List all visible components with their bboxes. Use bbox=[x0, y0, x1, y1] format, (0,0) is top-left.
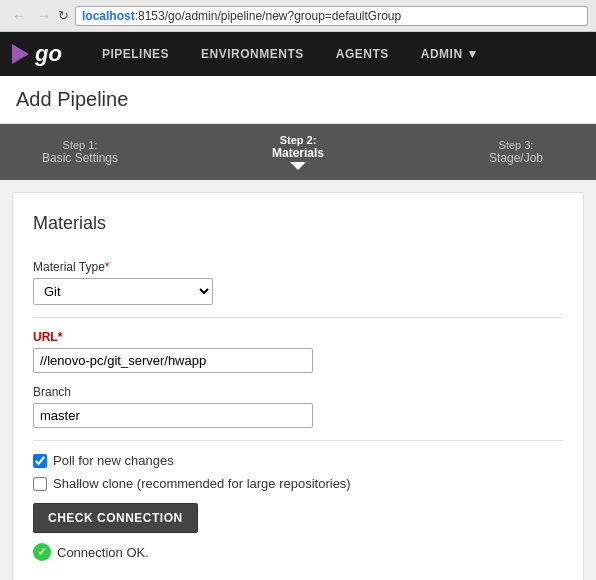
refresh-button[interactable]: ↻ bbox=[58, 8, 69, 23]
browser-bar: ← → ↻ localhost:8153/go/admin/pipeline/n… bbox=[0, 0, 596, 32]
page-title: Add Pipeline bbox=[0, 76, 596, 124]
nav-admin[interactable]: ADMIN ▼ bbox=[405, 32, 495, 76]
divider-1 bbox=[33, 317, 563, 318]
steps-bar: Step 1: Basic Settings Step 2: Materials… bbox=[0, 124, 596, 180]
shallow-checkbox-row: Shallow clone (recommended for large rep… bbox=[33, 476, 563, 491]
check-connection-button[interactable]: CHECK CONNECTION bbox=[33, 503, 198, 533]
nav-agents[interactable]: AGENTS bbox=[320, 32, 405, 76]
branch-label: Branch bbox=[33, 385, 563, 399]
ok-text: Connection OK. bbox=[57, 545, 149, 560]
nav-pipelines[interactable]: PIPELINES bbox=[86, 32, 185, 76]
material-type-label: Material Type* bbox=[33, 260, 563, 274]
main-nav: PIPELINES ENVIRONMENTS AGENTS ADMIN ▼ bbox=[86, 32, 495, 76]
required-star: * bbox=[105, 260, 110, 274]
connection-status: ✓ Connection OK. bbox=[33, 543, 563, 561]
step-2-label: Step 2: bbox=[280, 134, 317, 146]
back-button[interactable]: ← bbox=[8, 6, 30, 26]
form-title: Materials bbox=[33, 213, 563, 244]
step-3-label: Step 3: bbox=[499, 139, 534, 151]
nav-environments[interactable]: ENVIRONMENTS bbox=[185, 32, 320, 76]
poll-checkbox-row: Poll for new changes bbox=[33, 453, 563, 468]
shallow-checkbox[interactable] bbox=[33, 477, 47, 491]
poll-label: Poll for new changes bbox=[53, 453, 174, 468]
branch-input[interactable] bbox=[33, 403, 313, 428]
material-type-select[interactable]: Git bbox=[33, 278, 213, 305]
step-1-label: Step 1: bbox=[63, 139, 98, 151]
step-2-arrow bbox=[290, 162, 306, 170]
step-1-name: Basic Settings bbox=[42, 151, 118, 165]
logo-text: go bbox=[35, 41, 62, 67]
step-2: Step 2: Materials bbox=[238, 134, 358, 170]
logo-triangle-icon bbox=[12, 44, 29, 64]
shallow-label: Shallow clone (recommended for large rep… bbox=[53, 476, 351, 491]
url-field: URL* bbox=[33, 330, 563, 373]
logo: go bbox=[12, 41, 62, 67]
forward-button[interactable]: → bbox=[33, 6, 55, 26]
poll-checkbox[interactable] bbox=[33, 454, 47, 468]
address-host: localhost bbox=[82, 9, 135, 23]
step-1: Step 1: Basic Settings bbox=[20, 139, 140, 165]
ok-icon: ✓ bbox=[33, 543, 51, 561]
url-required-star: * bbox=[58, 330, 63, 344]
nav-bar: go PIPELINES ENVIRONMENTS AGENTS ADMIN ▼ bbox=[0, 32, 596, 76]
url-input[interactable] bbox=[33, 348, 313, 373]
divider-2 bbox=[33, 440, 563, 441]
step-3-name: Stage/Job bbox=[489, 151, 543, 165]
branch-field: Branch bbox=[33, 385, 563, 428]
browser-nav-buttons: ← → ↻ bbox=[8, 6, 69, 26]
address-path: /go/admin/pipeline/new?group=defaultGrou… bbox=[165, 9, 402, 23]
material-type-field: Material Type* Git bbox=[33, 260, 563, 305]
materials-form: Materials Material Type* Git URL* Branch… bbox=[12, 192, 584, 580]
address-port: :8153 bbox=[135, 9, 165, 23]
step-3: Step 3: Stage/Job bbox=[456, 139, 576, 165]
url-label: URL* bbox=[33, 330, 563, 344]
address-bar[interactable]: localhost:8153/go/admin/pipeline/new?gro… bbox=[75, 6, 588, 26]
step-2-name: Materials bbox=[272, 146, 324, 160]
